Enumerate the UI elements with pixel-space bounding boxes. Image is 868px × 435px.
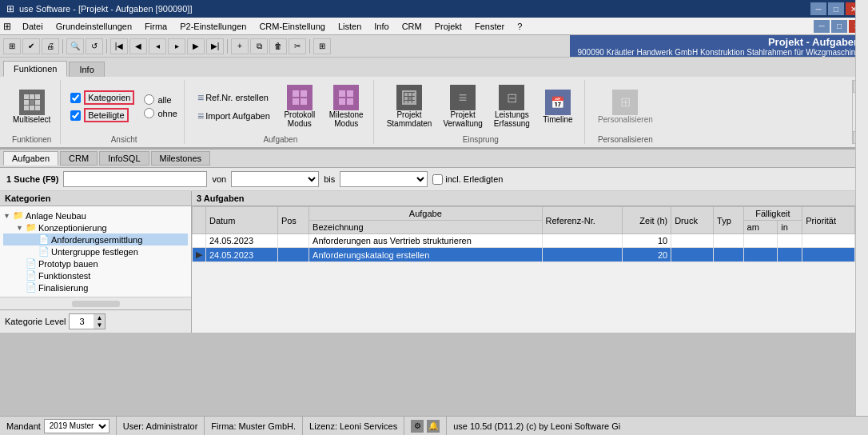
search-area: 1 Suche (F9) von bis incl. Erledigten bbox=[0, 168, 868, 191]
btn-projekt-stammdaten[interactable]: ProjektStammdaten bbox=[384, 82, 436, 131]
kategorien-label[interactable]: Kategorien bbox=[84, 90, 134, 105]
toolbar-btn-grid[interactable]: ⊞ bbox=[313, 38, 331, 54]
status-icon-2[interactable]: 🔔 bbox=[427, 420, 440, 433]
toolbar-btn-copy[interactable]: ⧉ bbox=[250, 38, 268, 54]
sub-tab-aufgaben[interactable]: Aufgaben bbox=[3, 151, 58, 166]
tab-info[interactable]: Info bbox=[69, 62, 104, 77]
btn-personalisieren[interactable]: ⊞ Personalisieren bbox=[595, 86, 656, 127]
inner-minimize-button[interactable]: ─ bbox=[814, 20, 830, 33]
von-dropdown[interactable] bbox=[231, 171, 319, 187]
btn-ref-nr[interactable]: ≡ Ref.Nr. erstellen bbox=[194, 90, 273, 106]
menu-crm[interactable]: CRM bbox=[396, 20, 428, 33]
menu-bar: ⊞ Datei Grundeinstellungen Firma P2-Eins… bbox=[0, 18, 868, 35]
doc-icon-anforderung: 📄 bbox=[38, 234, 50, 245]
tree-item-konzept[interactable]: ▼ 📁 Konzeptionierung bbox=[3, 221, 188, 233]
status-icon-1[interactable]: ⚙ bbox=[411, 420, 424, 433]
inner-maximize-button[interactable]: □ bbox=[831, 20, 847, 33]
col-typ[interactable]: Typ bbox=[714, 207, 744, 234]
toolbar-btn-prev[interactable]: ◀ bbox=[129, 38, 147, 54]
toolbar-btn-refresh[interactable]: ↺ bbox=[86, 38, 103, 54]
menu-projekt[interactable]: Projekt bbox=[428, 20, 468, 33]
mandant-dropdown[interactable]: 2019 Muster bbox=[44, 419, 109, 433]
toolbar-btn-print[interactable]: 🖨 bbox=[42, 38, 59, 54]
tree-item-funktionstest[interactable]: 📄 Funktionstest bbox=[3, 269, 188, 281]
toolbar-btn-first[interactable]: |◀ bbox=[110, 38, 128, 54]
table-row[interactable]: 24.05.2023 Anforderungen aus Vertrieb st… bbox=[193, 234, 868, 248]
col-druck[interactable]: Druck bbox=[671, 207, 714, 234]
col-datum[interactable]: Datum bbox=[206, 207, 278, 234]
col-pos[interactable]: Pos bbox=[277, 207, 309, 234]
menu-grundeinstellungen[interactable]: Grundeinstellungen bbox=[50, 20, 138, 33]
col-am[interactable]: am bbox=[743, 221, 778, 234]
ohne-radio[interactable] bbox=[144, 108, 154, 118]
spinbox-up[interactable]: ▲ bbox=[94, 314, 105, 321]
erledigten-label: incl. Erledigten bbox=[445, 174, 503, 184]
toolbar-btn-last[interactable]: ▶| bbox=[206, 38, 224, 54]
col-in[interactable]: in bbox=[778, 221, 802, 234]
btn-projekt-verwaltung[interactable]: ≡ ProjektVerwaltung bbox=[440, 82, 485, 131]
btn-leistungs-erfassung[interactable]: ⊟ LeistungsErfassung bbox=[491, 82, 533, 131]
row2-druck bbox=[671, 248, 714, 262]
menu-fenster[interactable]: Fenster bbox=[468, 20, 511, 33]
tree-item-prototyp[interactable]: 📄 Prototyp bauen bbox=[3, 257, 188, 269]
toolbar-btn-save[interactable]: ✔ bbox=[22, 38, 40, 54]
search-input[interactable] bbox=[63, 171, 207, 187]
toolbar-btn-search[interactable]: 🔍 bbox=[66, 38, 84, 54]
toolbar-area: ⊞ ✔ 🖨 🔍 ↺ |◀ ◀ ◂ ▸ ▶ ▶| + ⧉ 🗑 ✂ ⊞ Projek… bbox=[0, 35, 868, 150]
tree-item-finalisierung[interactable]: 📄 Finalisierung bbox=[3, 281, 188, 293]
tree-item-anforderung[interactable]: 📄 Anforderungsermittlung bbox=[3, 233, 188, 245]
toolbar-btn-cut[interactable]: ✂ bbox=[289, 38, 306, 54]
row2-referenz bbox=[542, 248, 622, 262]
btn-import[interactable]: ≡ Import Aufgaben bbox=[194, 108, 273, 124]
menu-datei[interactable]: Datei bbox=[16, 20, 50, 33]
spinbox-down[interactable]: ▼ bbox=[94, 321, 105, 329]
minimize-button[interactable]: ─ bbox=[810, 2, 826, 15]
beteiligte-checkbox[interactable] bbox=[70, 110, 81, 121]
btn-protokoll[interactable]: ProtokollModus bbox=[280, 82, 320, 131]
menu-help[interactable]: ? bbox=[511, 20, 528, 33]
btn-timeline[interactable]: 📅 Timeline bbox=[538, 86, 578, 127]
tree-item-anlage[interactable]: ▼ 📁 Anlage Neubau bbox=[3, 210, 188, 221]
right-panel: 3 Aufgaben Datum Pos Aufgabe Referenz-Nr… bbox=[192, 191, 868, 333]
kategorie-level-input[interactable] bbox=[70, 317, 94, 326]
maximize-button[interactable]: □ bbox=[828, 2, 844, 15]
toolbar-btn-delete[interactable]: 🗑 bbox=[269, 38, 287, 54]
toolbar-btn-new[interactable]: + bbox=[231, 38, 249, 54]
menu-info[interactable]: Info bbox=[368, 20, 395, 33]
tab-funktionen[interactable]: Funktionen bbox=[3, 61, 67, 77]
col-bezeichnung[interactable]: Bezeichnung bbox=[309, 221, 542, 234]
btn-multiselect[interactable]: Multiselect bbox=[10, 86, 54, 127]
col-arrow bbox=[193, 207, 206, 234]
row2-bezeichnung: Anforderungskatalog erstellen bbox=[309, 248, 542, 262]
sub-tab-milestones[interactable]: Milestones bbox=[151, 151, 211, 166]
menu-firma[interactable]: Firma bbox=[138, 20, 173, 33]
menu-listen[interactable]: Listen bbox=[332, 20, 368, 33]
col-prioritaet[interactable]: Priorität bbox=[802, 207, 855, 234]
kategorie-level-spinbox[interactable]: ▲ ▼ bbox=[69, 313, 106, 329]
menu-p2einstellungen[interactable]: P2-Einstellungen bbox=[173, 20, 253, 33]
col-zeit[interactable]: Zeit (h) bbox=[622, 207, 671, 234]
timeline-icon: 📅 bbox=[545, 90, 571, 115]
col-referenz[interactable]: Referenz-Nr. bbox=[542, 207, 622, 234]
erledigten-checkbox[interactable] bbox=[432, 174, 443, 185]
btn-milestone[interactable]: MilestoneModus bbox=[326, 82, 367, 131]
beteiligte-label[interactable]: Beteiligte bbox=[84, 108, 128, 122]
ribbon-group-funktionen-content: Multiselect bbox=[10, 80, 54, 144]
doc-icon-finalisierung: 📄 bbox=[26, 282, 37, 293]
toolbar-btn-prevpage[interactable]: ◂ bbox=[149, 38, 166, 54]
alle-radio[interactable] bbox=[144, 94, 154, 105]
tree-label-funktionstest: Funktionstest bbox=[38, 271, 90, 281]
sub-tab-crm[interactable]: CRM bbox=[60, 151, 98, 166]
toolbar-btn-1[interactable]: ⊞ bbox=[3, 38, 21, 54]
menu-crmeinstellung[interactable]: CRM-Einstellung bbox=[253, 20, 332, 33]
table-row[interactable]: ▶ 24.05.2023 Anforderungskatalog erstell… bbox=[193, 248, 868, 262]
bis-dropdown[interactable] bbox=[340, 171, 428, 187]
toolbar-btn-next[interactable]: ▶ bbox=[187, 38, 205, 54]
kategorien-checkbox[interactable] bbox=[70, 93, 81, 103]
table-header-row: Datum Pos Aufgabe Referenz-Nr. Zeit (h) … bbox=[193, 207, 868, 221]
toolbar-btn-nextpage[interactable]: ▸ bbox=[168, 38, 185, 54]
tree-item-untergruppe[interactable]: 📄 Untergruppe festlegen bbox=[3, 245, 188, 257]
sub-tab-infosql[interactable]: InfoSQL bbox=[99, 151, 149, 166]
panel-header: 3 Aufgaben bbox=[192, 191, 868, 206]
sidebar-content: ▼ 📁 Anlage Neubau ▼ 📁 Konzeptionierung 📄… bbox=[0, 206, 191, 297]
